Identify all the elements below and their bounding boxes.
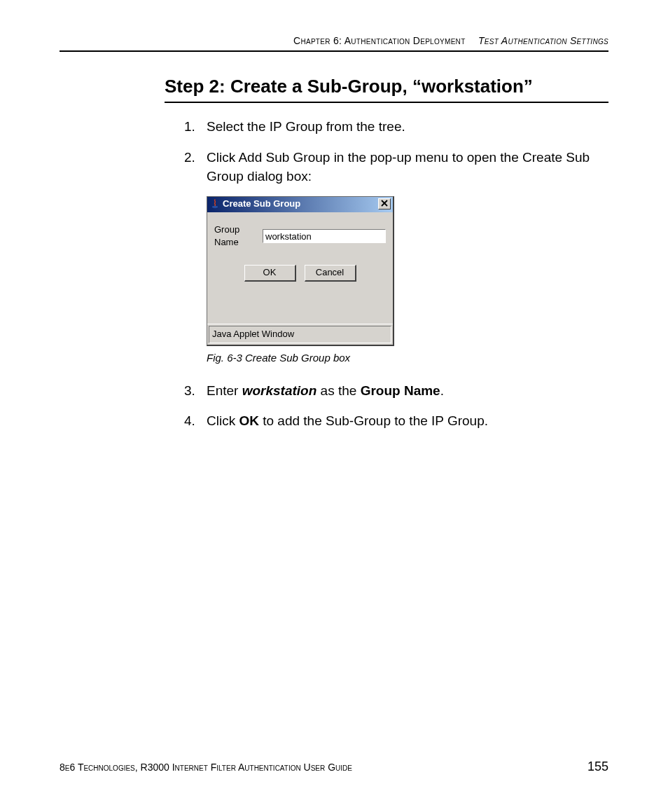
group-name-input[interactable] (263, 229, 386, 243)
dialog-status-bar: Java Applet Window (207, 324, 393, 343)
group-name-row: Group Name (214, 223, 386, 250)
dialog-button-row: OK Cancel (214, 265, 386, 282)
header-chapter: Chapter 6: Authentication Deployment (293, 35, 466, 46)
group-name-label: Group Name (214, 223, 258, 250)
java-icon (210, 199, 220, 209)
step-number: 2. (184, 148, 195, 167)
ok-button[interactable]: OK (244, 265, 296, 282)
status-text: Java Applet Window (209, 326, 391, 343)
step-4: 4. Click OK to add the Sub-Group to the … (207, 411, 608, 431)
footer-text: 8e6 Technologies, R3000 Internet Filter … (60, 762, 352, 773)
step-number: 4. (184, 411, 195, 431)
page-header: Chapter 6: Authentication Deployment Tes… (60, 35, 608, 52)
create-sub-group-dialog: Create Sub Group (207, 196, 394, 347)
emphasis-ok: OK (239, 413, 259, 428)
cancel-button[interactable]: Cancel (305, 265, 356, 282)
step-number: 1. (184, 117, 195, 137)
header-subsection: Test Authentication Settings (478, 35, 608, 46)
step-text: Select the IP Group from the tree. (207, 119, 405, 134)
close-icon (381, 200, 388, 208)
emphasis-workstation: workstation (242, 383, 317, 398)
step-text: Click Add Sub Group in the pop-up menu t… (207, 150, 590, 184)
ok-button-label: OK (263, 266, 277, 280)
dialog-body: Group Name OK Cancel (207, 212, 393, 324)
cancel-button-label: Cancel (316, 266, 344, 280)
emphasis-group-name: Group Name (361, 383, 440, 398)
step-text: Click OK to add the Sub-Group to the IP … (207, 413, 488, 428)
document-page: Chapter 6: Authentication Deployment Tes… (0, 0, 668, 812)
step-text: Enter workstation as the Group Name. (207, 383, 444, 398)
close-button[interactable] (378, 198, 391, 209)
page-footer: 8e6 Technologies, R3000 Internet Filter … (60, 759, 608, 774)
figure-caption: Fig. 6-3 Create Sub Group box (207, 350, 608, 366)
steps-list: 1. Select the IP Group from the tree. 2.… (165, 117, 608, 431)
step-1: 1. Select the IP Group from the tree. (207, 117, 608, 137)
step-2: 2. Click Add Sub Group in the pop-up men… (207, 148, 608, 366)
main-content: Step 2: Create a Sub-Group, “workstation… (60, 76, 608, 431)
dialog-figure: Create Sub Group (207, 196, 608, 366)
dialog-titlebar: Create Sub Group (207, 197, 393, 212)
step-3: 3. Enter workstation as the Group Name. (207, 381, 608, 401)
step-title: Step 2: Create a Sub-Group, “workstation… (165, 76, 608, 103)
step-number: 3. (184, 381, 195, 401)
page-number: 155 (587, 759, 608, 774)
dialog-title: Create Sub Group (223, 198, 378, 211)
